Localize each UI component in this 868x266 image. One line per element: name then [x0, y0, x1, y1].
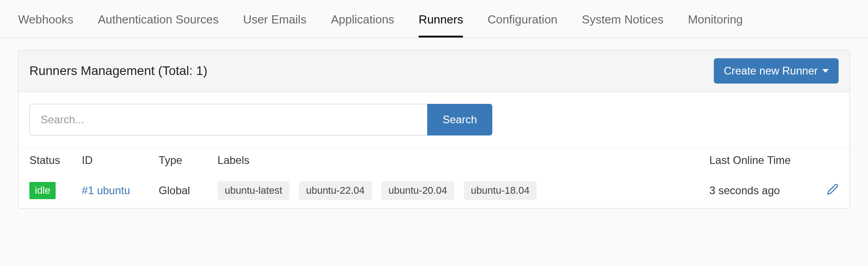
col-header-labels: Labels	[207, 148, 698, 173]
tab-configuration[interactable]: Configuration	[487, 0, 557, 37]
tab-monitoring[interactable]: Monitoring	[688, 0, 743, 37]
search-input[interactable]	[29, 104, 427, 135]
table-row: idle #1 ubuntu Global ubuntu-latest ubun…	[19, 173, 849, 208]
pencil-icon[interactable]	[827, 185, 839, 197]
search-bar: Search	[19, 92, 849, 147]
tab-webhooks[interactable]: Webhooks	[18, 0, 73, 37]
runner-labels: ubuntu-latest ubuntu-22.04 ubuntu-20.04 …	[207, 173, 698, 208]
panel-title: Runners Management (Total: 1)	[29, 64, 208, 78]
tab-system-notices[interactable]: System Notices	[582, 0, 664, 37]
col-header-id: ID	[71, 148, 148, 173]
runner-last-online: 3 seconds ago	[698, 173, 816, 208]
label-pill: ubuntu-22.04	[299, 181, 372, 200]
search-button[interactable]: Search	[427, 104, 492, 135]
runners-table: Status ID Type Labels Last Online Time i…	[19, 147, 849, 208]
caret-down-icon	[822, 69, 829, 73]
panel-header: Runners Management (Total: 1) Create new…	[19, 50, 849, 92]
col-header-status: Status	[19, 148, 71, 173]
runner-type: Global	[148, 173, 207, 208]
tab-user-emails[interactable]: User Emails	[243, 0, 307, 37]
create-runner-button[interactable]: Create new Runner	[714, 58, 839, 84]
nav-tabs: Webhooks Authentication Sources User Ema…	[0, 0, 868, 38]
runner-id-link[interactable]: #1 ubuntu	[82, 184, 130, 196]
status-badge: idle	[29, 182, 56, 199]
label-pill: ubuntu-18.04	[464, 181, 537, 200]
col-header-last-online: Last Online Time	[698, 148, 816, 173]
label-pill: ubuntu-20.04	[381, 181, 454, 200]
col-header-type: Type	[148, 148, 207, 173]
col-header-actions	[816, 148, 849, 173]
create-runner-label: Create new Runner	[724, 65, 818, 77]
tab-authentication-sources[interactable]: Authentication Sources	[98, 0, 218, 37]
runners-panel: Runners Management (Total: 1) Create new…	[18, 50, 850, 209]
label-pill: ubuntu-latest	[217, 181, 289, 200]
tab-applications[interactable]: Applications	[331, 0, 394, 37]
tab-runners[interactable]: Runners	[419, 0, 463, 37]
